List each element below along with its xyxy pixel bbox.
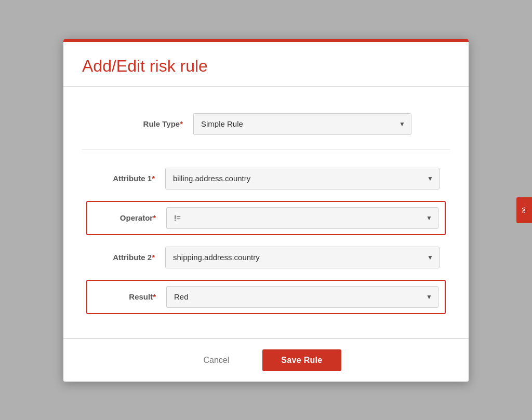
attribute1-select-wrapper: billing.address.country shipping.address… <box>165 168 440 189</box>
result-select-wrapper: Red Yellow Green ▼ <box>166 286 438 308</box>
cancel-button[interactable]: Cancel <box>191 350 242 370</box>
side-panel-peek: ve <box>516 197 532 223</box>
result-select[interactable]: Red Yellow Green <box>166 286 438 308</box>
attribute2-select-wrapper: shipping.address.country billing.address… <box>165 247 440 268</box>
modal-title: Add/Edit risk rule <box>82 57 450 76</box>
rule-type-section: Rule Type* Simple Rule Complex Rule ▼ <box>82 103 450 150</box>
operator-select-wrapper: != == > < >= <= ▼ <box>166 207 438 229</box>
modal-overlay: Add/Edit risk rule Rule Type* Simple Rul… <box>0 0 532 420</box>
modal-header: Add/Edit risk rule <box>63 42 469 87</box>
attribute1-label: Attribute 1* <box>92 174 165 183</box>
rule-type-label: Rule Type* <box>121 119 193 128</box>
form-rows-section: Attribute 1* billing.address.country shi… <box>82 165 450 314</box>
modal-body: Rule Type* Simple Rule Complex Rule ▼ At… <box>63 87 469 338</box>
operator-select[interactable]: != == > < >= <= <box>166 207 438 229</box>
attribute2-row: Attribute 2* shipping.address.country bi… <box>92 243 440 272</box>
save-rule-button[interactable]: Save Rule <box>262 349 341 371</box>
operator-label: Operator* <box>94 213 166 222</box>
rule-type-select-wrapper: Simple Rule Complex Rule ▼ <box>193 113 411 135</box>
result-row: Result* Red Yellow Green ▼ <box>86 280 446 314</box>
attribute1-row: Attribute 1* billing.address.country shi… <box>92 165 440 193</box>
modal-dialog: Add/Edit risk rule Rule Type* Simple Rul… <box>63 39 469 382</box>
modal-footer: Cancel Save Rule <box>63 338 469 382</box>
result-label: Result* <box>94 292 166 301</box>
attribute2-select[interactable]: shipping.address.country billing.address… <box>165 247 440 268</box>
attribute1-select[interactable]: billing.address.country shipping.address… <box>165 168 440 189</box>
attribute2-label: Attribute 2* <box>92 253 165 262</box>
operator-row: Operator* != == > < >= <= ▼ <box>86 201 446 235</box>
rule-type-select[interactable]: Simple Rule Complex Rule <box>193 113 411 135</box>
